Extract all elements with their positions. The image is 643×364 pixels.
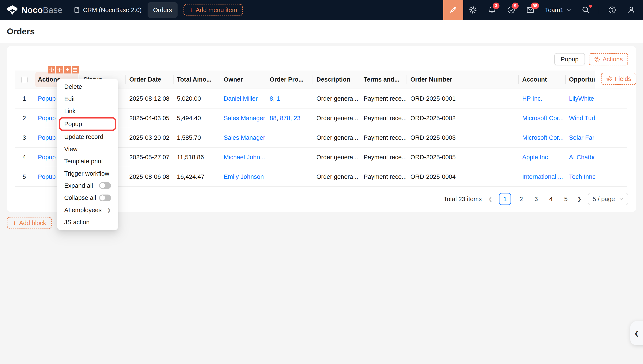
cell-filler xyxy=(595,108,627,128)
context-menu-item-js-action[interactable]: JS action xyxy=(57,216,118,228)
column-header-total-amount[interactable]: Total Amo... xyxy=(173,70,220,89)
row-popup-link[interactable]: Popup xyxy=(38,95,56,102)
column-header-terms[interactable]: Terms and... xyxy=(360,70,407,89)
messages-button[interactable]: 98 xyxy=(521,0,540,20)
prev-page-arrow[interactable]: ❮ xyxy=(487,196,494,202)
cell-terms: Payment rece... xyxy=(360,89,407,108)
cell-total-amount: 1,585.70 xyxy=(173,128,220,148)
page-number-2[interactable]: 2 xyxy=(517,196,526,202)
product-link[interactable]: 878 xyxy=(280,115,290,122)
user-icon xyxy=(627,6,635,14)
nocobase-logo[interactable]: NocoBase xyxy=(7,5,63,15)
add-block-button[interactable]: + Add block xyxy=(7,217,52,229)
owner-link[interactable]: Sales Manager xyxy=(224,134,265,141)
product-link[interactable]: 8 xyxy=(270,95,273,102)
column-header-order-products[interactable]: Order Pro... xyxy=(266,70,313,89)
fields-button[interactable]: Fields xyxy=(601,73,636,85)
owner-link[interactable]: Daniel Miller xyxy=(224,95,258,102)
context-menu-item-edit[interactable]: Edit xyxy=(57,93,118,105)
context-menu-item-ai-employees[interactable]: AI employees❯ xyxy=(57,204,118,216)
context-menu-item-template-print[interactable]: Template print xyxy=(57,155,118,167)
context-menu-item-delete[interactable]: Delete xyxy=(57,81,118,93)
account-link[interactable]: Microsoft Cor... xyxy=(522,134,564,141)
menu-lines-icon[interactable] xyxy=(72,66,79,74)
gear-icon xyxy=(594,56,600,62)
opportunity-link[interactable]: Tech Innov xyxy=(569,173,595,180)
cell-order-number: ORD-2025-0001 xyxy=(407,89,519,108)
row-index: 2 xyxy=(15,108,35,128)
team-label: Team1 xyxy=(545,6,563,14)
product-link[interactable]: 23 xyxy=(294,115,300,122)
app-root: NocoBase CRM (NocoBase 2.0) Orders + Add… xyxy=(0,0,643,364)
column-header-order-date[interactable]: Order Date xyxy=(126,70,173,89)
opportunity-link[interactable]: Wind Turbi xyxy=(569,115,595,122)
context-menu-item-link[interactable]: Link xyxy=(57,105,118,117)
user-button[interactable] xyxy=(622,0,643,20)
context-menu-item-expand-all[interactable]: Expand all xyxy=(57,180,118,192)
column-header-order-number[interactable]: Order Number xyxy=(407,70,519,89)
notifications-button[interactable]: 3 xyxy=(483,0,502,20)
context-menu-item-update-record[interactable]: Update record xyxy=(57,131,118,143)
workspace-menu-item[interactable]: CRM (NocoBase 2.0) xyxy=(74,6,142,14)
cell-order-date: 2025-05-27 07 xyxy=(126,148,173,167)
owner-link[interactable]: Michael John... xyxy=(224,154,265,160)
cell-terms: Payment rece... xyxy=(360,148,407,167)
opportunity-link[interactable]: Solar Farm xyxy=(569,134,595,141)
actions-toolbar-button[interactable]: Actions xyxy=(589,53,628,66)
account-link[interactable]: HP Inc. xyxy=(522,95,542,102)
next-page-arrow[interactable]: ❯ xyxy=(576,196,582,202)
account-link[interactable]: Apple Inc. xyxy=(522,154,550,160)
row-index: 3 xyxy=(15,128,35,148)
add-menu-item-button[interactable]: + Add menu item xyxy=(183,4,243,16)
popup-toolbar-button[interactable]: Popup xyxy=(554,53,585,66)
row-index: 5 xyxy=(15,167,35,186)
plus-icon: + xyxy=(13,220,17,226)
cell-order-number: ORD-2025-0004 xyxy=(407,167,519,186)
column-header-description[interactable]: Description xyxy=(313,70,360,89)
toggle-switch[interactable] xyxy=(99,182,111,189)
select-all-checkbox[interactable] xyxy=(21,77,28,83)
row-popup-link[interactable]: Popup xyxy=(38,134,56,141)
page-number-1[interactable]: 1 xyxy=(499,193,511,205)
page-number-5[interactable]: 5 xyxy=(561,196,570,202)
lightning-icon[interactable] xyxy=(64,66,71,74)
column-header-opportunity[interactable]: Opportunit xyxy=(566,70,595,89)
cell-total-amount: 5,494.40 xyxy=(173,108,220,128)
account-link[interactable]: Microsoft Cor... xyxy=(522,115,564,122)
team-selector[interactable]: Team1 xyxy=(540,0,576,20)
page-number-3[interactable]: 3 xyxy=(531,196,541,202)
product-link[interactable]: 88 xyxy=(270,115,276,122)
context-menu-item-popup[interactable]: Popup xyxy=(59,117,116,131)
nocobase-logo-icon xyxy=(7,5,18,15)
drag-move-icon[interactable] xyxy=(48,66,55,74)
settings-button[interactable] xyxy=(463,0,483,20)
help-button[interactable] xyxy=(603,0,622,20)
column-header-owner[interactable]: Owner xyxy=(220,70,266,89)
opportunity-link[interactable]: AI Chatbot xyxy=(569,154,595,160)
row-popup-link[interactable]: Popup xyxy=(38,154,56,160)
gear-icon xyxy=(469,6,477,14)
nav-menu-orders[interactable]: Orders xyxy=(148,2,177,18)
account-link[interactable]: International ... xyxy=(522,173,563,180)
row-popup-link[interactable]: Popup xyxy=(38,173,56,180)
chevron-left-icon: ❮ xyxy=(634,330,639,337)
context-menu-item-collapse-all[interactable]: Collapse all xyxy=(57,192,118,204)
context-menu-item-trigger-workflow[interactable]: Trigger workflow xyxy=(57,167,118,180)
product-link[interactable]: 1 xyxy=(276,95,280,102)
page-size-select[interactable]: 5 / page xyxy=(588,193,628,205)
owner-link[interactable]: Sales Manager xyxy=(224,115,265,122)
toggle-switch[interactable] xyxy=(99,194,111,201)
cell-terms: Payment rece... xyxy=(360,167,407,186)
side-panel-toggle[interactable]: ❮ xyxy=(630,321,643,345)
page-number-4[interactable]: 4 xyxy=(546,196,556,202)
messages-badge: 98 xyxy=(531,2,539,9)
context-menu-item-view[interactable]: View xyxy=(57,143,118,155)
ui-editor-toggle-button[interactable] xyxy=(443,0,463,20)
owner-link[interactable]: Emily Johnson xyxy=(224,173,264,180)
column-header-account[interactable]: Account xyxy=(519,70,566,89)
row-popup-link[interactable]: Popup xyxy=(38,115,56,122)
search-button[interactable] xyxy=(576,0,595,20)
tasks-button[interactable]: 9 xyxy=(502,0,521,20)
opportunity-link[interactable]: LilyWhite xyxy=(569,95,594,102)
add-column-icon[interactable] xyxy=(56,66,63,74)
